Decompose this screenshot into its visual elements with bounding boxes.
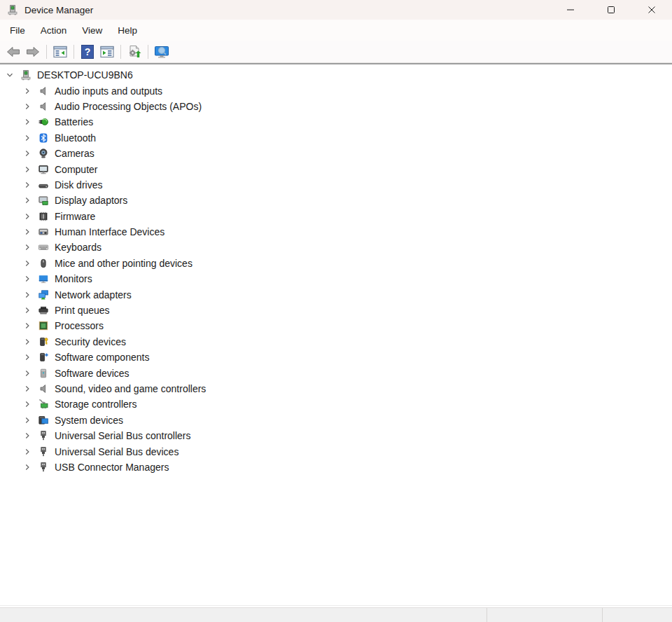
menu-file[interactable]: File <box>2 22 33 39</box>
tree-item-audio-inputs-and-outputs[interactable]: Audio inputs and outputs <box>0 83 672 98</box>
statusbar <box>0 607 672 622</box>
chevron-right-icon[interactable] <box>22 399 33 410</box>
tree-item-label: Display adaptors <box>55 195 127 206</box>
chevron-right-icon[interactable] <box>22 305 33 316</box>
arrow-left-icon <box>6 44 21 60</box>
tree-item-software-components[interactable]: Software components <box>0 350 672 365</box>
minimize-icon <box>566 6 575 14</box>
storage-controller-icon <box>37 399 49 410</box>
bluetooth-icon <box>37 132 49 144</box>
tree-item-label: Network adapters <box>55 289 132 300</box>
tree-item-batteries[interactable]: Batteries <box>0 114 672 130</box>
menu-action[interactable]: Action <box>33 22 75 39</box>
titlebar: Device Manager <box>0 0 672 20</box>
menu-help[interactable]: Help <box>110 22 145 39</box>
window-tree-icon <box>52 44 68 60</box>
tree-item-software-devices[interactable]: Software devices <box>0 365 672 380</box>
chevron-right-icon[interactable] <box>22 462 33 473</box>
tree-item-label: Storage controllers <box>55 399 137 410</box>
tree-item-system-devices[interactable]: System devices <box>0 413 672 428</box>
tree-item-label: Human Interface Devices <box>55 226 164 237</box>
tree-item-storage-controllers[interactable]: Storage controllers <box>0 396 672 412</box>
chevron-right-icon[interactable] <box>22 336 33 347</box>
chevron-right-icon[interactable] <box>22 148 33 159</box>
tree-item-mice[interactable]: Mice and other pointing devices <box>0 256 672 271</box>
tree-item-computer[interactable]: Computer <box>0 161 672 177</box>
tree-item-usb-devices[interactable]: Universal Serial Bus devices <box>0 443 672 459</box>
chevron-right-icon[interactable] <box>22 242 33 253</box>
tree-item-display-adaptors[interactable]: Display adaptors <box>0 193 672 208</box>
chevron-right-icon[interactable] <box>22 116 33 127</box>
tree-item-label: Universal Serial Bus controllers <box>55 430 191 441</box>
menubar: File Action View Help <box>0 20 672 41</box>
chevron-right-icon[interactable] <box>22 383 33 394</box>
chevron-right-icon[interactable] <box>22 430 33 441</box>
minimize-button[interactable] <box>550 0 591 20</box>
arrow-right-icon <box>25 44 41 60</box>
chevron-right-icon[interactable] <box>22 258 33 269</box>
chevron-right-icon[interactable] <box>22 368 33 379</box>
chevron-right-icon[interactable] <box>22 85 33 97</box>
chevron-down-icon[interactable] <box>4 69 15 81</box>
tree-item-keyboards[interactable]: Keyboards <box>0 240 672 255</box>
maximize-button[interactable] <box>591 0 631 20</box>
chevron-right-icon[interactable] <box>22 226 33 237</box>
display-adapter-icon <box>37 195 49 207</box>
caption-buttons <box>550 0 672 20</box>
tree-item-firmware[interactable]: Firmware <box>0 209 672 224</box>
chevron-right-icon[interactable] <box>22 101 33 112</box>
close-button[interactable] <box>631 0 672 20</box>
chevron-right-icon[interactable] <box>22 132 33 144</box>
toolbar-separator <box>74 45 74 59</box>
forward-button[interactable] <box>24 43 42 61</box>
chevron-right-icon[interactable] <box>22 446 33 457</box>
speaker-icon <box>37 383 49 395</box>
device-search-button[interactable] <box>153 43 171 61</box>
tree-item-human-interface-devices[interactable]: Human Interface Devices <box>0 224 672 240</box>
back-button[interactable] <box>4 43 22 61</box>
tree-item-print-queues[interactable]: Print queues <box>0 303 672 318</box>
menu-view[interactable]: View <box>74 22 110 39</box>
chevron-right-icon[interactable] <box>22 164 33 175</box>
toolbar-separator <box>46 45 47 59</box>
tree-item-processors[interactable]: Processors <box>0 318 672 333</box>
chevron-right-icon[interactable] <box>22 352 33 363</box>
tree-item-monitors[interactable]: Monitors <box>0 271 672 286</box>
tree-item-label: Processors <box>55 320 104 331</box>
tree-root-computer[interactable]: DESKTOP-UCU9BN6 <box>0 67 672 83</box>
tree-item-disk-drives[interactable]: Disk drives <box>0 177 672 193</box>
tree-item-label: Cameras <box>55 148 94 159</box>
device-manager-icon <box>20 69 31 81</box>
tree-item-usb-connector-managers[interactable]: USB Connector Managers <box>0 459 672 475</box>
tree-item-security-devices[interactable]: Security devices <box>0 334 672 350</box>
chevron-right-icon[interactable] <box>22 289 33 300</box>
chevron-right-icon[interactable] <box>22 415 33 426</box>
show-action-pane-button[interactable] <box>98 43 116 61</box>
scan-hardware-changes-button[interactable] <box>125 43 144 61</box>
toolbar-separator <box>120 45 121 59</box>
tree-item-label: Batteries <box>55 116 93 127</box>
tree-item-sound-video-game-controllers[interactable]: Sound, video and game controllers <box>0 381 672 396</box>
usb-icon <box>37 461 49 473</box>
tree-item-label: Mice and other pointing devices <box>55 258 192 269</box>
battery-icon <box>37 116 49 128</box>
tree-item-network-adapters[interactable]: Network adapters <box>0 286 672 302</box>
tree-item-label: Disk drives <box>55 179 102 191</box>
mouse-icon <box>37 257 49 269</box>
tree-item-label: Software components <box>55 352 149 363</box>
chevron-right-icon[interactable] <box>22 211 33 222</box>
chevron-right-icon[interactable] <box>22 320 33 331</box>
tree-item-bluetooth[interactable]: Bluetooth <box>0 130 672 146</box>
tree-item-audio-processing-objects[interactable]: Audio Processing Objects (APOs) <box>0 99 672 114</box>
tree-item-label: USB Connector Managers <box>55 462 169 473</box>
show-console-tree-button[interactable] <box>51 43 69 61</box>
tree-item-label: Bluetooth <box>55 132 96 144</box>
tree-item-label: Keyboards <box>55 242 102 253</box>
tree-item-label: Universal Serial Bus devices <box>55 446 178 457</box>
tree-item-cameras[interactable]: Cameras <box>0 146 672 161</box>
chevron-right-icon[interactable] <box>22 195 33 206</box>
help-button[interactable] <box>78 43 97 61</box>
chevron-right-icon[interactable] <box>22 179 33 191</box>
chevron-right-icon[interactable] <box>22 273 33 284</box>
tree-item-usb-controllers[interactable]: Universal Serial Bus controllers <box>0 428 672 443</box>
